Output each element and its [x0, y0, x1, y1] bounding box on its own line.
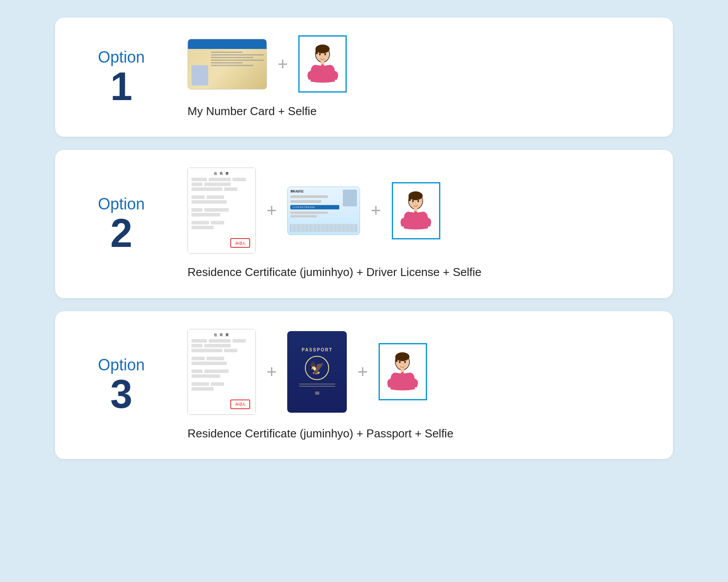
card-line [211, 62, 243, 63]
driver-license-image: 運転免許証 123456789000 [287, 187, 360, 235]
residence-cert-3: 住 民 票 [188, 329, 256, 415]
passport-image: PASSPORT 🦅 ✉ [287, 331, 347, 413]
option-word-2: Option [98, 195, 145, 213]
selfie-frame-3 [379, 343, 427, 400]
card-line [211, 65, 253, 66]
card-lines [211, 52, 264, 66]
option-label-1: Option 1 [77, 48, 165, 106]
residence-cert-image-3: 住 民 票 [188, 329, 256, 415]
option-content-1: + [188, 35, 651, 119]
plus-icon-3b: + [357, 362, 368, 382]
option-2-images: 住 民 票 [188, 168, 440, 254]
card-line [211, 57, 253, 58]
passport: PASSPORT 🦅 ✉ [287, 331, 347, 413]
option-3-description: Residence Certificate (juminhyo) + Passp… [188, 425, 454, 441]
svg-point-11 [417, 200, 419, 202]
dl-number: 123456789000 [290, 205, 339, 209]
selfie-inner-2 [393, 183, 439, 238]
svg-rect-2 [315, 48, 318, 54]
cert-title-3: 住 民 票 [191, 333, 252, 337]
svg-point-12 [415, 203, 417, 204]
plus-icon-1: + [278, 54, 288, 74]
option-card-2[interactable]: Option 2 住 民 票 [55, 150, 673, 298]
person-illustration-3 [386, 350, 419, 394]
person-illustration-2 [399, 189, 432, 233]
selfie-inner-1 [300, 37, 345, 91]
svg-rect-9 [409, 195, 411, 201]
dl-photo [343, 190, 357, 206]
selfie-frame-2 [392, 182, 440, 239]
option-3-images: 住 民 票 [188, 329, 427, 415]
mynumber-card [188, 39, 267, 90]
option-word-3: Option [98, 356, 145, 374]
svg-point-3 [319, 53, 321, 56]
svg-point-18 [404, 361, 406, 363]
svg-point-10 [412, 200, 414, 202]
option-2-description: Residence Certificate (juminhyo) + Drive… [188, 264, 481, 280]
passport-title: PASSPORT [302, 347, 333, 352]
passport-lines [294, 384, 340, 387]
card-line [211, 52, 243, 53]
driver-license: 運転免許証 123456789000 [287, 187, 360, 235]
option-1-images: + [188, 35, 347, 93]
option-card-3[interactable]: Option 3 住 民 票 [55, 311, 673, 459]
plus-icon-2b: + [371, 201, 381, 220]
cert-lines [191, 178, 252, 229]
passport-icon: ✉ [315, 390, 319, 396]
svg-point-17 [399, 361, 401, 363]
selfie-inner-3 [380, 344, 426, 399]
residence-cert-image-2: 住 民 票 [188, 168, 256, 254]
dl-barcode [290, 224, 357, 232]
option-number-2: 2 [110, 213, 132, 253]
my-number-card-image [188, 39, 267, 90]
cert-lines-3 [191, 339, 252, 391]
options-container: Option 1 [55, 18, 673, 459]
option-word-1: Option [98, 48, 145, 67]
svg-point-4 [324, 53, 326, 56]
option-number-1: 1 [110, 67, 132, 106]
cert-stamp-3: みほん [230, 399, 250, 409]
cert-stamp: みほん [230, 238, 250, 248]
option-content-2: 住 民 票 [188, 168, 651, 280]
card-photo [191, 65, 208, 86]
passport-eagle: 🦅 [305, 356, 329, 380]
dl-lines: 123456789000 [290, 195, 339, 217]
selfie-frame-1 [298, 35, 347, 93]
card-line [211, 60, 264, 61]
option-1-description: My Number Card + Selfie [188, 103, 317, 119]
plus-icon-3a: + [266, 362, 277, 382]
dl-title: 運転免許証 [290, 190, 304, 194]
svg-point-5 [322, 56, 323, 57]
card-line [211, 54, 264, 56]
option-label-2: Option 2 [77, 195, 165, 253]
option-number-3: 3 [110, 374, 132, 414]
person-illustration-1 [306, 42, 339, 86]
option-card-1[interactable]: Option 1 [55, 18, 673, 137]
svg-point-19 [402, 364, 403, 365]
plus-icon-2a: + [266, 201, 277, 220]
option-content-3: 住 民 票 [188, 329, 651, 441]
svg-rect-16 [395, 356, 398, 362]
residence-cert-2: 住 民 票 [188, 168, 256, 254]
option-label-3: Option 3 [77, 356, 165, 414]
cert-title: 住 民 票 [191, 172, 252, 176]
